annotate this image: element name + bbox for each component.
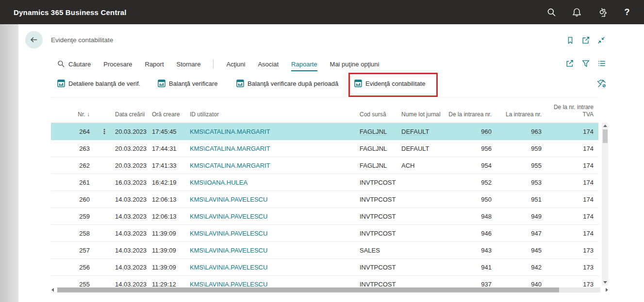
- from-entry-no-cell[interactable]: 952: [446, 179, 496, 186]
- column-header-date[interactable]: Data creării: [114, 111, 151, 123]
- entry-no-link[interactable]: 258: [66, 230, 95, 237]
- menu-item-rapoarte-active[interactable]: Rapoarte: [291, 61, 317, 68]
- menu-item-more-options[interactable]: Mai puţine opţiuni: [330, 61, 380, 68]
- from-entry-no-cell[interactable]: 937: [446, 281, 496, 288]
- user-id-link[interactable]: KMS\CATALINA.MARGARIT: [189, 128, 359, 135]
- report-button-balanta-dupa-perioada[interactable]: Balanţă verificare după perioadă: [236, 77, 338, 90]
- from-entry-no-cell[interactable]: 954: [446, 162, 496, 169]
- to-entry-no-cell[interactable]: 963: [496, 128, 546, 135]
- to-entry-no-cell[interactable]: 949: [496, 213, 546, 220]
- from-entry-no-cell[interactable]: 941: [446, 264, 496, 271]
- user-id-link[interactable]: KMS\CATALINA.MARGARIT: [189, 162, 359, 169]
- menu-item-raport[interactable]: Raport: [145, 61, 164, 68]
- user-id-link[interactable]: KMS\LAVINIA.PAVELESCU: [189, 281, 359, 288]
- list-view-icon[interactable]: [597, 59, 606, 68]
- from-entry-no-cell[interactable]: 943: [446, 247, 496, 254]
- open-in-new-window-icon[interactable]: [581, 36, 590, 45]
- vertical-scroll-thumb[interactable]: [603, 129, 608, 143]
- search-icon[interactable]: [546, 7, 557, 17]
- from-vat-entry-no-cell[interactable]: 174: [546, 196, 598, 203]
- entry-no-link[interactable]: 259: [66, 213, 95, 220]
- from-entry-no-cell[interactable]: 960: [446, 128, 496, 135]
- table-row[interactable]: 26220.03.202317:41:33KMS\CATALINA.MARGAR…: [51, 157, 598, 174]
- to-entry-no-cell[interactable]: 953: [496, 179, 546, 186]
- entry-no-link[interactable]: 261: [66, 179, 95, 186]
- column-header-to[interactable]: La intrarea nr.: [496, 111, 546, 123]
- to-entry-no-cell[interactable]: 940: [496, 281, 546, 288]
- report-button-detaliere-balanta[interactable]: Detaliere balanţă de verif.: [57, 77, 140, 90]
- entry-no-link[interactable]: 262: [66, 162, 95, 169]
- column-header-user[interactable]: ID utilizator: [189, 111, 359, 123]
- menu-item-asociat[interactable]: Asociat: [258, 61, 279, 68]
- user-id-link[interactable]: KMS\LAVINIA.PAVELESCU: [189, 230, 359, 237]
- scroll-up-icon[interactable]: [603, 125, 607, 127]
- column-header-vat[interactable]: De la nr. intrare TVA: [546, 104, 598, 123]
- from-vat-entry-no-cell[interactable]: 174: [546, 179, 598, 186]
- table-row[interactable]: 264⋮20.03.202317:45:45KMS\CATALINA.MARGA…: [51, 123, 598, 140]
- gear-icon[interactable]: [596, 7, 607, 17]
- from-entry-no-cell[interactable]: 946: [446, 230, 496, 237]
- to-entry-no-cell[interactable]: 959: [496, 145, 546, 152]
- bookmark-icon[interactable]: [566, 36, 575, 45]
- from-vat-entry-no-cell[interactable]: 174: [546, 128, 598, 135]
- entry-no-link[interactable]: 263: [66, 145, 95, 152]
- unpin-icon[interactable]: [597, 79, 607, 88]
- from-entry-no-cell[interactable]: 956: [446, 145, 496, 152]
- table-row[interactable]: 26116.03.202316:42:19KMS\IOANA.HULEAINVT…: [51, 174, 598, 191]
- column-header-batch[interactable]: Nume lot jurnal: [400, 111, 446, 123]
- help-icon[interactable]: ?: [622, 7, 632, 17]
- collapse-icon[interactable]: [597, 36, 606, 45]
- from-vat-entry-no-cell[interactable]: 173: [546, 264, 598, 271]
- table-row[interactable]: 25614.03.202311:39:09KMS\LAVINIA.PAVELES…: [51, 259, 598, 276]
- from-entry-no-cell[interactable]: 950: [446, 196, 496, 203]
- column-header-time[interactable]: Oră creare: [151, 111, 189, 123]
- table-row[interactable]: 26320.03.202317:44:31KMS\CATALINA.MARGAR…: [51, 140, 598, 157]
- entry-no-link[interactable]: 264: [66, 128, 95, 135]
- back-button[interactable]: [25, 31, 43, 48]
- table-row[interactable]: 26014.03.202312:06:13KMS\LAVINIA.PAVELES…: [51, 191, 598, 208]
- horizontal-scroll-thumb[interactable]: [57, 287, 559, 292]
- user-id-link[interactable]: KMS\CATALINA.MARGARIT: [189, 145, 359, 152]
- search-menu-button[interactable]: Căutare: [57, 60, 91, 68]
- user-id-link[interactable]: KMS\LAVINIA.PAVELESCU: [189, 247, 359, 254]
- to-entry-no-cell[interactable]: 942: [496, 264, 546, 271]
- to-entry-no-cell[interactable]: 945: [496, 247, 546, 254]
- from-vat-entry-no-cell[interactable]: 173: [546, 281, 598, 288]
- scroll-left-icon[interactable]: [51, 288, 54, 292]
- column-header-from[interactable]: De la intrarea nr.: [446, 111, 496, 123]
- from-vat-entry-no-cell[interactable]: 173: [546, 247, 598, 254]
- menu-item-actiuni[interactable]: Acţiuni: [226, 61, 245, 68]
- to-entry-no-cell[interactable]: 947: [496, 230, 546, 237]
- column-header-nr[interactable]: Nr. ↓: [66, 111, 95, 123]
- scroll-right-icon[interactable]: [606, 288, 608, 292]
- menu-item-stornare[interactable]: Stornare: [177, 61, 201, 68]
- user-id-link[interactable]: KMS\LAVINIA.PAVELESCU: [189, 213, 359, 220]
- filter-icon[interactable]: [581, 59, 590, 68]
- from-vat-entry-no-cell[interactable]: 174: [546, 213, 598, 220]
- from-vat-entry-no-cell[interactable]: 174: [546, 145, 598, 152]
- entry-no-link[interactable]: 255: [66, 281, 95, 288]
- to-entry-no-cell[interactable]: 951: [496, 196, 546, 203]
- scroll-down-icon[interactable]: [603, 281, 607, 284]
- user-id-link[interactable]: KMS\LAVINIA.PAVELESCU: [189, 196, 359, 203]
- entry-no-link[interactable]: 256: [66, 264, 95, 271]
- user-id-link[interactable]: KMS\IOANA.HULEA: [189, 179, 359, 186]
- table-row[interactable]: 25914.03.202312:06:13KMS\LAVINIA.PAVELES…: [51, 208, 598, 225]
- report-button-evidenta-contabilitate[interactable]: Evidenţă contabilitate: [354, 77, 426, 90]
- from-entry-no-cell[interactable]: 948: [446, 213, 496, 220]
- menu-item-procesare[interactable]: Procesare: [103, 61, 132, 68]
- entry-no-link[interactable]: 260: [66, 196, 95, 203]
- report-button-balanta-verificare[interactable]: Balanţă verificare: [158, 77, 217, 90]
- from-vat-entry-no-cell[interactable]: 174: [546, 162, 598, 169]
- row-context-menu-icon[interactable]: ⋮: [95, 127, 114, 135]
- share-icon[interactable]: [565, 59, 574, 68]
- from-vat-entry-no-cell[interactable]: 174: [546, 230, 598, 237]
- bell-icon[interactable]: [571, 7, 582, 17]
- entry-no-link[interactable]: 257: [66, 247, 95, 254]
- vertical-scrollbar[interactable]: [602, 123, 608, 286]
- to-entry-no-cell[interactable]: 955: [496, 162, 546, 169]
- horizontal-scrollbar[interactable]: [57, 287, 600, 292]
- user-id-link[interactable]: KMS\LAVINIA.PAVELESCU: [189, 264, 359, 271]
- table-row[interactable]: 25814.03.202311:39:09KMS\LAVINIA.PAVELES…: [51, 225, 598, 242]
- column-header-source[interactable]: Cod sursă: [359, 111, 400, 123]
